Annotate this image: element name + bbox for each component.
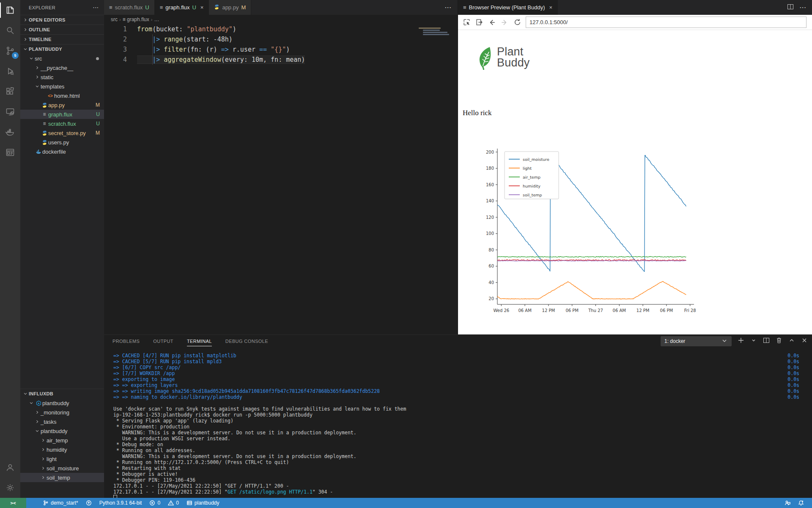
git-status-badge: U [96,121,100,127]
open-external-icon[interactable] [475,18,483,27]
tree-item-templates[interactable]: templates [20,82,104,91]
chevron-down-icon [28,56,35,61]
browser-preview-icon[interactable] [0,142,20,163]
tree-item-plantbuddy[interactable]: plantbuddy [20,426,104,436]
tree-item-soil_moisture[interactable]: soil_moisture [20,464,104,473]
section-plantbuddy[interactable]: PLANTBUDDY [20,44,104,54]
tree-item-home.html[interactable]: <>home.html [20,91,104,100]
flux-file-icon: ≡ [160,4,163,11]
modified-dot-badge [96,57,99,60]
tree-item-app.py[interactable]: app.pyM [20,100,104,110]
close-panel-icon[interactable] [801,337,808,345]
python-icon [41,130,48,136]
tree-item-graph.flux[interactable]: ≡graph.fluxU [20,110,104,119]
tree-item-soil_temp[interactable]: soil_temp [20,473,104,482]
extensions-icon[interactable] [0,81,20,102]
svg-text:12 PM: 12 PM [542,308,555,313]
tree-item-scratch.flux[interactable]: ≡scratch.fluxU [20,119,104,128]
docker-icon[interactable] [0,122,20,142]
status-item-sync[interactable] [82,498,96,508]
section-timeline[interactable]: TIMELINE [20,34,104,44]
flux-file-icon: ≡ [109,4,112,11]
tree-item-users.py[interactable]: users.py [20,138,104,147]
tree-item-secret_store.py[interactable]: secret_store.pyM [20,128,104,138]
kill-terminal-icon[interactable] [776,337,782,345]
terminal-line: Use a production WSGI server instead. [113,436,799,442]
remote-indicator[interactable]: >< [0,498,26,508]
tab-app.py[interactable]: app.pyM [209,0,251,15]
tab-label: scratch.flux [115,4,143,11]
breadcrumb-item[interactable]: src [111,17,118,22]
terminal-output[interactable]: => CACHED [4/7] RUN pip install matplotl… [104,348,812,501]
search-icon[interactable] [0,20,20,41]
run-debug-icon[interactable] [0,61,20,81]
tree-item-label: home.html [54,93,80,99]
panel-tab-problems[interactable]: PROBLEMS [112,335,140,348]
tab-graph.flux[interactable]: ≡graph.fluxU× [155,0,209,15]
tree-item-air_temp[interactable]: air_temp [20,436,104,445]
minimap[interactable] [419,27,453,36]
split-editor-icon[interactable] [787,3,794,11]
tree-item-humidity[interactable]: humidity [20,445,104,454]
more-actions-icon[interactable]: ··· [445,4,452,11]
tree-item-dockerfile[interactable]: dockerfile [20,147,104,156]
inspect-element-icon[interactable] [462,18,471,27]
back-icon[interactable] [488,18,496,27]
account-icon[interactable] [0,457,20,478]
status-item-0[interactable]: 0 [164,498,183,508]
sensor-chart: 20406080100120140160180200Wed 2606 AM12 … [475,142,729,318]
source-control-icon[interactable]: 5 [0,41,20,61]
tree-item-_monitoring[interactable]: _monitoring [20,408,104,417]
close-icon[interactable]: × [549,4,553,11]
warning-icon [168,500,174,506]
close-icon[interactable]: × [200,4,204,11]
breadcrumb-item[interactable]: … [154,17,159,22]
more-actions-icon[interactable]: ··· [800,4,807,11]
forward-icon[interactable] [500,18,509,27]
svg-text:soil_temp: soil_temp [523,193,542,197]
tree-item-_tasks[interactable]: _tasks [20,417,104,426]
status-item-python-3-9-1-64-bit[interactable]: Python 3.9.1 64-bit [96,498,146,508]
error-icon [149,500,155,506]
url-input[interactable] [526,17,807,28]
breadcrumb[interactable]: src›≡ graph.flux›… [104,15,458,24]
panel-tab-output[interactable]: OUTPUT [153,335,173,348]
tree-item-src[interactable]: src [20,54,104,63]
new-terminal-icon[interactable] [738,337,744,345]
tree-item-__pycache__[interactable]: __pycache__ [20,63,104,72]
maximize-panel-icon[interactable] [788,337,795,345]
section-open-editors[interactable]: OPEN EDITORS [20,15,104,25]
terminal-picker[interactable]: 1: docker [661,336,732,346]
remote-explorer-icon[interactable] [0,102,20,122]
terminal-line: ip-192-168-1-253:plantbuddy rick$ docker… [113,412,799,418]
code-editor[interactable]: 1from(bucket: "plantbuddy")2 |> range(st… [104,24,458,334]
tab-browser-preview[interactable]: ≡ Browser Preview (Plant Buddy) × [458,0,558,15]
panel-tab-terminal[interactable]: TERMINAL [187,335,212,348]
tab-scratch.flux[interactable]: ≡scratch.fluxU [104,0,155,15]
sidebar-more-actions[interactable]: ··· [93,5,99,10]
feedback-icon[interactable] [781,498,794,508]
leaf-icon [478,46,495,71]
tree-item-static[interactable]: static [20,72,104,82]
reload-icon[interactable] [513,18,521,27]
launch-profile-chevron-icon[interactable] [750,337,757,345]
split-terminal-icon[interactable] [763,337,770,345]
influxdb-icon [35,400,42,406]
status-item-label: 0 [157,500,160,506]
influxdb-section: INFLUXDB plantbuddy_monitoring_tasksplan… [20,389,104,482]
status-item-demo-start-[interactable]: demo_start* [39,498,82,508]
breadcrumb-item[interactable]: ≡ graph.flux [123,17,149,22]
panel-tab-debug-console[interactable]: DEBUG CONSOLE [225,335,268,348]
flux-file-icon: ≡ [123,17,127,22]
svg-text:80: 80 [488,248,494,252]
section-outline[interactable]: OUTLINE [20,25,104,34]
explorer-icon[interactable] [0,0,20,20]
settings-gear-icon[interactable] [0,478,20,498]
tree-item-plantbuddy[interactable]: plantbuddy [20,398,104,408]
status-item-plantbuddy[interactable]: plantbuddy [183,498,223,508]
bell-icon[interactable] [794,498,808,508]
status-item-0[interactable]: 0 [145,498,164,508]
tree-item-light[interactable]: light [20,454,104,464]
svg-text:180: 180 [486,166,494,171]
section-influxdb[interactable]: INFLUXDB [20,389,104,398]
